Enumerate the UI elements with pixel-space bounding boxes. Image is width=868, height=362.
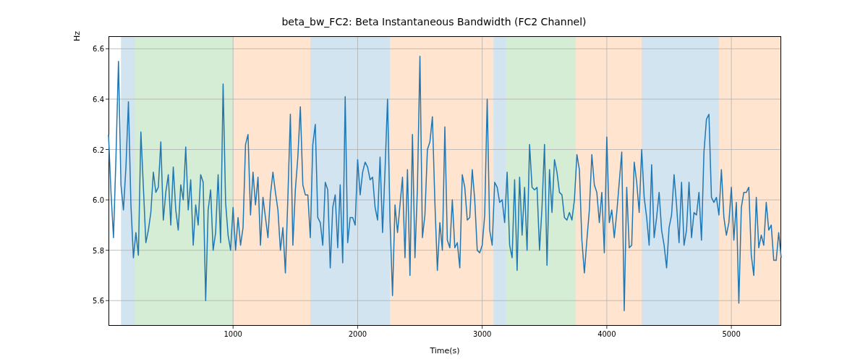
- y-tick-label: 6.6: [88, 45, 104, 53]
- x-tick-label: 2000: [349, 330, 367, 338]
- chart-title: beta_bw_FC2: Beta Instantaneous Bandwidt…: [0, 16, 868, 28]
- y-tick-label: 6.4: [88, 95, 104, 103]
- x-axis-label: Time(s): [109, 346, 781, 355]
- segment-band-orange: [719, 36, 781, 326]
- y-tick-label: 5.6: [88, 297, 104, 305]
- y-tick-label: 5.8: [88, 246, 104, 254]
- segment-band-blue: [310, 36, 390, 326]
- y-tick-label: 6.2: [88, 146, 104, 153]
- segment-band-orange: [576, 36, 642, 326]
- chart-axes: [109, 36, 781, 326]
- plot-area: [109, 36, 781, 326]
- segment-band-green: [506, 36, 575, 326]
- segment-band-blue: [121, 36, 135, 326]
- x-tick-label: 1000: [224, 330, 242, 338]
- segment-band-orange: [390, 36, 493, 326]
- segment-band-blue: [642, 36, 719, 326]
- y-tick-label: 6.0: [88, 196, 104, 204]
- x-tick-label: 4000: [597, 330, 616, 338]
- x-tick-label: 3000: [473, 330, 491, 338]
- y-axis-label: Hz: [72, 0, 87, 181]
- x-tick-label: 5000: [722, 330, 740, 338]
- segment-band-blue: [493, 36, 506, 326]
